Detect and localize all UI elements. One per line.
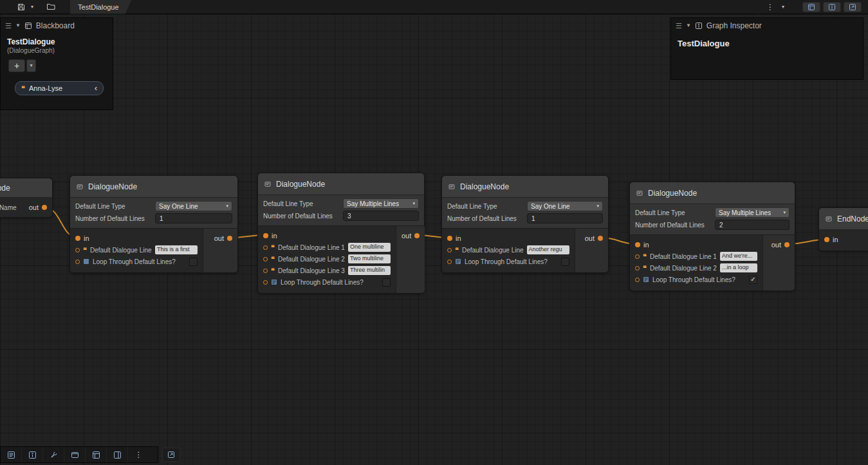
- line-type-dropdown[interactable]: Say One Line ▾: [527, 201, 603, 211]
- loop-port[interactable]: [447, 260, 452, 264]
- line-port[interactable]: [263, 269, 268, 273]
- node-title-bar[interactable]: Node: [0, 178, 52, 198]
- out-port[interactable]: [42, 205, 47, 210]
- save-options-button[interactable]: ▾: [28, 0, 36, 14]
- num-lines-field[interactable]: 3: [343, 211, 419, 221]
- loop-field-icon: [643, 276, 649, 283]
- dropdown-caret-icon: ▾: [412, 201, 415, 206]
- loop-checkbox[interactable]: [382, 278, 391, 287]
- loop-port[interactable]: [75, 260, 80, 264]
- node-title-bar[interactable]: EndNode: [819, 208, 868, 230]
- line-port[interactable]: [635, 254, 640, 259]
- in-port[interactable]: [824, 237, 829, 242]
- settings-button[interactable]: [43, 447, 64, 462]
- foldout-icon[interactable]: ▼: [686, 23, 691, 28]
- line-text-field[interactable]: Three multilin: [348, 266, 391, 275]
- line-text-field[interactable]: ...in a loop: [720, 263, 757, 272]
- inspector-graph-name: TestDialogue: [671, 33, 863, 53]
- node-title-bar[interactable]: DialogueNode: [442, 176, 608, 198]
- more-button[interactable]: ⋮: [128, 447, 149, 462]
- quote-icon: ❝: [271, 256, 275, 263]
- foldout-icon[interactable]: ▼: [15, 23, 21, 28]
- save-button[interactable]: [14, 0, 28, 14]
- in-port[interactable]: [447, 236, 452, 241]
- hierarchy-button[interactable]: [1, 447, 22, 462]
- load-asset-button[interactable]: [44, 0, 59, 14]
- loop-port[interactable]: [263, 280, 268, 285]
- in-port[interactable]: [263, 233, 268, 238]
- num-lines-field[interactable]: 1: [155, 213, 232, 223]
- node-title-bar[interactable]: DialogueNode: [630, 182, 795, 204]
- line-type-value: Say Multiple Lines: [347, 200, 399, 207]
- in-port[interactable]: [635, 242, 640, 247]
- line-text-field[interactable]: And we're...: [720, 252, 757, 261]
- speaker-node[interactable]: Node kerName out: [0, 178, 53, 218]
- line-type-dropdown[interactable]: Say Multiple Lines ▾: [715, 207, 790, 218]
- line-port[interactable]: [263, 245, 268, 250]
- inspector-toggle-button[interactable]: [823, 2, 841, 12]
- quote-icon: ❝: [83, 247, 87, 254]
- node-title: DialogueNode: [276, 180, 325, 189]
- add-variable-button[interactable]: +: [8, 59, 25, 72]
- loop-checkbox[interactable]: [561, 258, 569, 266]
- num-lines-field[interactable]: 2: [715, 220, 790, 230]
- quote-icon: ❝: [455, 247, 459, 254]
- out-port[interactable]: [227, 236, 232, 241]
- node-title-bar[interactable]: DialogueNode: [70, 176, 237, 198]
- inspector-button[interactable]: [22, 447, 43, 462]
- dialogue-node-2[interactable]: DialogueNode Default Line Type Say Multi…: [257, 173, 425, 294]
- options-menu-button[interactable]: ⋮: [764, 0, 777, 14]
- blackboard-header[interactable]: ☰ ▼ Blackboard: [1, 18, 113, 33]
- loop-port[interactable]: [635, 278, 640, 282]
- line-text-field[interactable]: One multiline: [348, 243, 391, 252]
- add-variable-caret-button[interactable]: ▾: [26, 59, 36, 72]
- blackboard-field-anna-lyse[interactable]: ❝ Anna-Lyse ‹: [15, 81, 104, 95]
- num-lines-field[interactable]: 1: [527, 213, 603, 223]
- blackboard-button[interactable]: [86, 447, 107, 462]
- blackboard-toggle-button[interactable]: [802, 2, 820, 12]
- out-port[interactable]: [598, 236, 603, 241]
- breadcrumb-tab-testdialogue[interactable]: TestDialogue: [70, 0, 132, 14]
- line-label: Default Dialogue Line 1: [650, 253, 717, 260]
- line-port[interactable]: [263, 257, 268, 261]
- line-text-field[interactable]: Another regu: [527, 245, 569, 254]
- node-title: DialogueNode: [648, 189, 697, 198]
- window-button[interactable]: [64, 447, 86, 462]
- num-lines-label: Number of Default Lines: [447, 215, 527, 222]
- hamburger-icon[interactable]: ☰: [676, 23, 682, 30]
- loop-field-icon: [83, 258, 89, 265]
- out-port-label: out: [402, 232, 411, 240]
- line-type-dropdown[interactable]: Say One Line ▾: [155, 201, 232, 211]
- line-port[interactable]: [447, 248, 452, 252]
- dialogue-node-3[interactable]: DialogueNode Default Line Type Say One L…: [441, 175, 609, 273]
- line-text-field[interactable]: Two multiline: [348, 254, 391, 263]
- panels-button[interactable]: [107, 447, 128, 462]
- line-label: Default Dialogue Line 1: [278, 244, 345, 251]
- out-port-label: out: [585, 234, 595, 242]
- in-port-label: in: [643, 241, 649, 249]
- quote-icon: ❝: [643, 253, 647, 260]
- line-text-field[interactable]: This is a first: [155, 245, 198, 254]
- dialogue-node-1[interactable]: DialogueNode Default Line Type Say One L…: [69, 175, 238, 273]
- out-port[interactable]: [414, 233, 420, 238]
- dropdown-caret-icon: ▾: [783, 210, 786, 215]
- end-node[interactable]: EndNode in: [818, 207, 868, 251]
- in-port[interactable]: [75, 236, 80, 241]
- quote-icon: ❝: [643, 265, 647, 272]
- options-caret-button[interactable]: ▾: [779, 0, 787, 14]
- open-external-button[interactable]: [162, 448, 180, 462]
- graph-inspector-header[interactable]: ☰ ▼ Graph Inspector: [671, 18, 863, 33]
- out-port[interactable]: [784, 242, 790, 247]
- line-port[interactable]: [635, 266, 640, 270]
- line-port[interactable]: [75, 248, 80, 252]
- hamburger-icon[interactable]: ☰: [5, 23, 12, 30]
- dialogue-node-4[interactable]: DialogueNode Default Line Type Say Multi…: [629, 182, 795, 291]
- preview-toggle-button[interactable]: [844, 2, 862, 12]
- collapse-chevron-icon[interactable]: ‹: [95, 84, 97, 92]
- dialogue-node-icon: [77, 184, 83, 190]
- line-type-dropdown[interactable]: Say Multiple Lines ▾: [343, 198, 419, 209]
- loop-checkbox-checked[interactable]: ✓: [749, 276, 757, 284]
- loop-checkbox[interactable]: [189, 258, 198, 266]
- node-title-bar[interactable]: DialogueNode: [258, 173, 424, 195]
- breadcrumb-label: TestDialogue: [78, 3, 119, 11]
